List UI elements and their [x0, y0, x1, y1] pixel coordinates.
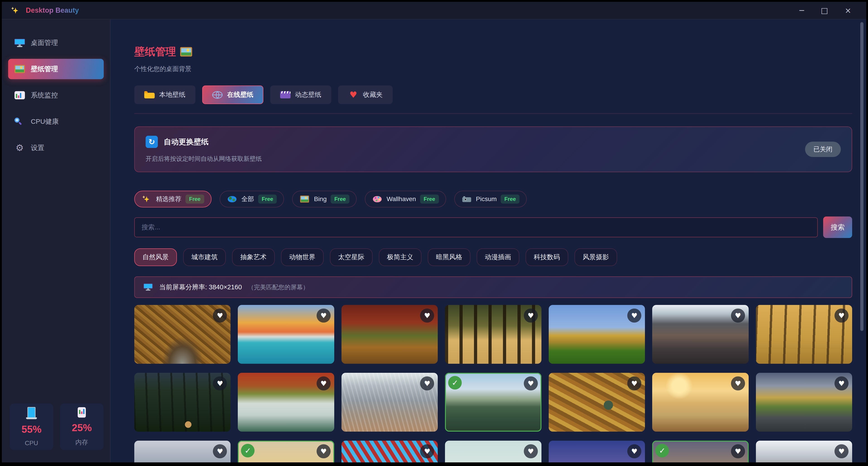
wallpaper-thumbnail-stormy-mountains[interactable]: ✓ ♥ [756, 441, 852, 462]
category-chip-minimal[interactable]: 极简主义 [379, 248, 422, 266]
category-chip-nature[interactable]: 自然风景 [134, 248, 177, 266]
category-label: 极简主义 [387, 253, 413, 262]
favorite-button[interactable]: ♥ [731, 444, 745, 458]
category-chip-dark[interactable]: 暗黑风格 [428, 248, 470, 266]
favorite-button[interactable]: ♥ [731, 308, 745, 323]
source-label: Bing [314, 195, 327, 203]
favorite-button[interactable]: ♥ [317, 376, 331, 391]
auto-change-card: 自动更换壁纸 开启后将按设定时间自动从网络获取新壁纸 已关闭 [134, 127, 852, 172]
favorite-button[interactable]: ♥ [627, 444, 641, 458]
sidebar-item-icon [14, 65, 25, 73]
wallpaper-thumbnail-golden-hills-blue-sky[interactable]: ✓ ♥ [549, 305, 645, 364]
sidebar-item-system-monitor[interactable]: 系统监控 [8, 85, 104, 105]
scrollbar-thumb[interactable] [860, 22, 864, 331]
wallpaper-thumbnail-red-autumn-path[interactable]: ✓ ♥ [341, 305, 438, 364]
wallpaper-thumbnail-golden-autumn-forest[interactable]: ✓ ♥ [756, 305, 852, 364]
favorite-button[interactable]: ♥ [524, 376, 538, 391]
favorite-button[interactable]: ♥ [317, 308, 331, 323]
sidebar-item-label: 系统监控 [31, 91, 58, 100]
minimize-button[interactable]: ─ [799, 6, 804, 14]
close-button[interactable]: × [845, 6, 851, 14]
tab-online[interactable]: 在线壁纸 [202, 86, 264, 104]
favorite-button[interactable]: ♥ [627, 308, 641, 323]
sidebar-item-label: 壁纸管理 [31, 64, 58, 74]
heart-icon: ♥ [631, 380, 638, 387]
category-label: 暗黑风格 [436, 253, 462, 262]
category-chip-city[interactable]: 城市建筑 [183, 248, 226, 266]
wallpaper-thumbnail-valencia-architecture-sunset[interactable]: ✓ ♥ [238, 305, 334, 364]
tab-dynamic[interactable]: 动态壁纸 [270, 86, 331, 104]
category-chip-anime[interactable]: 动漫插画 [477, 248, 519, 266]
favorite-button[interactable]: ♥ [317, 444, 331, 458]
wallpaper-thumbnail-autumn-mountain-road[interactable]: ✓ ♥ [756, 373, 852, 432]
heart-icon: ♥ [320, 312, 327, 319]
favorite-button[interactable]: ♥ [835, 444, 848, 458]
search-input[interactable] [134, 218, 818, 237]
source-chip-featured[interactable]: 精选推荐 Free [134, 191, 212, 207]
page-title-text: 壁纸管理 [134, 45, 176, 59]
favorite-button[interactable]: ♥ [524, 444, 538, 458]
category-chip-tech[interactable]: 科技数码 [526, 248, 568, 266]
category-chip-photography[interactable]: 风景摄影 [575, 248, 617, 266]
maximize-button[interactable]: □ [821, 6, 828, 14]
tab-local[interactable]: 本地壁纸 [134, 86, 195, 104]
stat-card-cpu: 55% CPU [10, 404, 53, 450]
category-label: 科技数码 [534, 253, 560, 262]
wallpaper-thumbnail-orange-sunset-field[interactable]: ✓ ♥ [652, 441, 748, 462]
favorite-button[interactable]: ♥ [420, 308, 434, 323]
favorite-button[interactable]: ♥ [420, 376, 434, 391]
sidebar-item-wallpaper[interactable]: 壁纸管理 [8, 59, 104, 79]
wallpaper-thumbnail-autumn-leaves-overhead[interactable]: ✓ ♥ [134, 305, 230, 364]
favorite-button[interactable]: ♥ [835, 376, 848, 391]
page-subtitle: 个性化您的桌面背景 [134, 65, 852, 73]
wallpaper-thumbnail-sunset-hills[interactable]: ✓ ♥ [238, 441, 334, 462]
wallpaper-thumbnail-autumn-waterfall[interactable]: ✓ ♥ [238, 373, 334, 432]
favorite-button[interactable]: ♥ [213, 308, 227, 323]
favorite-button[interactable]: ♥ [731, 376, 745, 391]
source-chip-all[interactable]: 全部 Free [220, 191, 284, 207]
category-chip-animals[interactable]: 动物世界 [281, 248, 323, 266]
favorite-button[interactable]: ♥ [627, 376, 641, 391]
source-icon [300, 196, 309, 203]
search-button[interactable]: 搜索 [823, 217, 852, 238]
wallpaper-thumbnail-volcanic-crater[interactable]: ✓ ♥ [652, 305, 748, 364]
sidebar-item-cpu-health[interactable]: CPU健康 [8, 111, 104, 132]
selected-check-icon: ✓ [448, 376, 462, 390]
heart-icon: ♥ [217, 380, 223, 387]
wallpaper-thumbnail-autumn-tree-avenue[interactable]: ✓ ♥ [445, 305, 541, 364]
wallpaper-thumbnail-dark-forest-cottage[interactable]: ✓ ♥ [134, 373, 230, 432]
wallpaper-thumbnail-coastal-town-dusk[interactable]: ✓ ♥ [549, 441, 645, 462]
auto-change-toggle[interactable]: 已关闭 [805, 142, 841, 157]
source-chip-wallhaven[interactable]: Wallhaven Free [365, 191, 446, 207]
titlebar: Desktop Beauty ─ □ × [2, 2, 866, 20]
stat-label: 内存 [75, 438, 88, 446]
wallpaper-thumbnail-mountain-peaks-clouds[interactable]: ✓ ♥ [134, 441, 230, 462]
source-icon [373, 196, 382, 202]
category-chip-abstract[interactable]: 抽象艺术 [232, 248, 275, 266]
sidebar-item-settings[interactable]: 设置 [8, 137, 104, 158]
favorite-button[interactable]: ♥ [835, 308, 848, 323]
source-chip-picsum[interactable]: Picsum Free [454, 191, 527, 207]
sidebar-item-icon [14, 39, 25, 44]
source-chip-bing[interactable]: Bing Free [292, 191, 356, 207]
category-chip-space[interactable]: 太空星际 [330, 248, 373, 266]
sidebar-item-label: 桌面管理 [31, 38, 58, 47]
wallpaper-thumbnail-lake-sunset-church[interactable]: ✓ ♥ [652, 373, 748, 432]
wallpaper-thumbnail-autumn-valley-train[interactable]: ✓ ♥ [549, 373, 645, 432]
favorite-button[interactable]: ♥ [420, 444, 434, 458]
tab-favorites[interactable]: 收藏夹 [338, 86, 393, 104]
wallpaper-thumbnail-pale-sky-red-flowers[interactable]: ✓ ♥ [445, 441, 541, 462]
wallpaper-tabs: 本地壁纸 在线壁纸 动态壁纸 收藏夹 [134, 86, 852, 104]
wallpaper-thumbnail-red-leaves-blue-sky[interactable]: ✓ ♥ [341, 441, 438, 462]
favorite-button[interactable]: ♥ [524, 308, 538, 323]
sidebar-item-label: 设置 [31, 143, 44, 153]
tab-label: 在线壁纸 [227, 90, 253, 99]
auto-change-description: 开启后将按设定时间自动从网络获取新壁纸 [146, 155, 262, 163]
sidebar-item-desktop[interactable]: 桌面管理 [8, 33, 104, 53]
heart-icon: ♥ [838, 380, 845, 387]
wallpaper-thumbnail-lake-dock[interactable]: ✓ ♥ [445, 373, 541, 432]
favorite-button[interactable]: ♥ [213, 444, 227, 458]
window-controls: ─ □ × [799, 6, 858, 14]
favorite-button[interactable]: ♥ [213, 376, 227, 391]
wallpaper-thumbnail-gray-rocky-cliff[interactable]: ✓ ♥ [341, 373, 438, 432]
